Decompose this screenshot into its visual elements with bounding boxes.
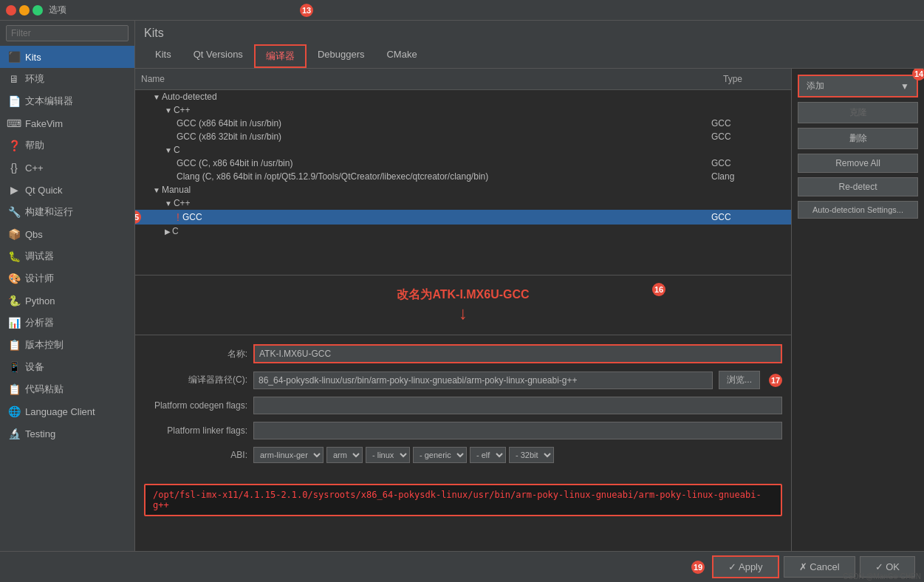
badge-17: 17 [769, 374, 782, 387]
sidebar-label-kits: Kits [25, 52, 41, 63]
col-header-name: Name [135, 72, 717, 86]
compiler-path-input[interactable] [253, 372, 713, 389]
codepaste-icon: 📋 [7, 383, 21, 396]
filter-input[interactable] [6, 25, 129, 41]
maximize-button[interactable] [32, 5, 43, 16]
abi-select-sub[interactable]: arm [326, 447, 363, 463]
tree-group-auto-detected[interactable]: ▼ Auto-detected [135, 90, 791, 103]
name-input[interactable] [253, 344, 782, 363]
badge-16: 16 [652, 283, 665, 296]
annotation-text: 改名为ATK-I.MX6U-GCC [397, 287, 529, 303]
sidebar-item-debugger[interactable]: 🐛 调试器 [0, 245, 134, 267]
path-display: /opt/fsl-imx-x11/4.1.15-2.1.0/sysroots/x… [144, 484, 782, 516]
annotation-arrow: ↓ [459, 303, 468, 323]
auto-detect-settings-button[interactable]: Auto-detection Settings... [798, 201, 918, 219]
sidebar: ⬛ Kits 🖥 环境 📄 文本编辑器 ⌨ FakeVim ❓ 帮助 {} C+… [0, 21, 135, 551]
env-icon: 🖥 [7, 72, 21, 86]
sidebar-item-codepaste[interactable]: 📋 代码粘贴 [0, 378, 134, 400]
tab-cmake[interactable]: CMake [375, 44, 428, 68]
sidebar-item-vcs[interactable]: 📋 版本控制 [0, 334, 134, 356]
expand-arrow: ▼ [165, 106, 172, 114]
tree-item-gcc-selected[interactable]: ! GCC GCC 15 [135, 210, 791, 225]
clone-button[interactable]: 克隆 [798, 102, 918, 123]
action-buttons-panel: 添加 ▼ 14 克隆 删除 Remove All Re-detect Auto-… [791, 69, 924, 551]
sidebar-label-analyzer: 分析器 [25, 316, 54, 329]
tree-item-gcc-64[interactable]: GCC (x86 64bit in /usr/bin) GCC [135, 117, 791, 130]
platform-codegen-input[interactable] [253, 397, 782, 414]
sidebar-label-vcs: 版本控制 [25, 338, 64, 352]
browse-button[interactable]: 浏览... [719, 371, 760, 389]
expand-arrow: ▼ [153, 186, 160, 194]
sidebar-item-lang-client[interactable]: 🌐 Language Client [0, 400, 134, 422]
badge-14: 14 [912, 69, 924, 81]
tree-group-c[interactable]: ▼ C [135, 143, 791, 157]
sidebar-item-analyzer[interactable]: 📊 分析器 [0, 312, 134, 334]
debugger-icon: 🐛 [7, 250, 21, 263]
tab-compilers[interactable]: 编译器 [254, 44, 307, 68]
tree-group-manual-c[interactable]: ▶ C [135, 225, 791, 238]
kits-panel: Name Type ▼ Auto-detected ▼ C++ [135, 69, 924, 551]
tab-qt-versions[interactable]: Qt Versions [182, 44, 254, 68]
sidebar-label-designer: 设计师 [25, 272, 54, 285]
abi-selects: arm-linux-ger arm - linux - generic [253, 447, 782, 463]
add-button[interactable]: 添加 ▼ [798, 75, 918, 97]
warning-icon: ! [177, 211, 179, 223]
tree-group-manual-cpp[interactable]: ▼ C++ [135, 196, 791, 210]
tree-item-clang-c[interactable]: Clang (C, x86 64bit in /opt/Qt5.12.9/Too… [135, 170, 791, 183]
badge-15: 15 [135, 210, 141, 224]
watermark: CSDN @ManGo-CHEN [843, 572, 921, 581]
abi-select-arch[interactable]: arm-linux-ger [253, 447, 324, 463]
remove-all-button[interactable]: Remove All [798, 154, 918, 173]
sidebar-item-python[interactable]: 🐍 Python [0, 290, 134, 312]
add-label: 添加 [807, 80, 824, 92]
platform-linker-label: Platform linker flags: [144, 425, 247, 436]
sidebar-label-fakevim: FakeVim [25, 118, 63, 129]
text-editor-icon: 📄 [7, 95, 21, 108]
sidebar-item-text-editor[interactable]: 📄 文本编辑器 [0, 90, 134, 112]
close-button[interactable] [6, 5, 16, 16]
abi-select-os[interactable]: - linux [366, 447, 410, 463]
tree-item-gcc-c-64[interactable]: GCC (C, x86 64bit in /usr/bin) GCC [135, 157, 791, 170]
tree-item-gcc-32[interactable]: GCC (x86 32bit in /usr/bin) GCC [135, 130, 791, 143]
sidebar-item-qtquick[interactable]: ▶ Qt Quick [0, 179, 134, 201]
delete-button[interactable]: 删除 [798, 128, 918, 149]
tab-kits[interactable]: Kits [144, 44, 182, 68]
badge-13: 13 [300, 4, 313, 17]
sidebar-item-kits[interactable]: ⬛ Kits [0, 46, 134, 68]
python-icon: 🐍 [7, 294, 21, 307]
sidebar-item-help[interactable]: ❓ 帮助 [0, 134, 134, 157]
abi-label: ABI: [144, 450, 247, 460]
fakevim-icon: ⌨ [7, 117, 21, 130]
sidebar-item-cpp[interactable]: {} C++ [0, 157, 134, 179]
sidebar-label-qtquick: Qt Quick [25, 185, 63, 196]
sidebar-item-testing[interactable]: 🔬 Testing [0, 422, 134, 445]
sidebar-item-build-run[interactable]: 🔧 构建和运行 [0, 201, 134, 223]
redetect-button[interactable]: Re-detect [798, 177, 918, 196]
abi-select-flavor[interactable]: - generic [413, 447, 467, 463]
sidebar-label-text-editor: 文本编辑器 [25, 95, 73, 108]
sidebar-label-testing: Testing [25, 428, 55, 439]
window-controls[interactable] [6, 5, 43, 16]
sidebar-item-designer[interactable]: 🎨 设计师 [0, 267, 134, 290]
sidebar-label-codepaste: 代码粘贴 [25, 383, 64, 396]
filter-box [0, 21, 134, 46]
annotation-area: 改名为ATK-I.MX6U-GCC ↓ 16 [135, 275, 791, 335]
sidebar-item-fakevim[interactable]: ⌨ FakeVim [0, 112, 134, 134]
abi-select-width[interactable]: - 32bit [509, 447, 554, 463]
compiler-table: Name Type ▼ Auto-detected ▼ C++ [135, 69, 791, 275]
sidebar-label-qbs: Qbs [25, 229, 43, 240]
tree-group-cpp[interactable]: ▼ C++ [135, 103, 791, 117]
badge-19: 19 [691, 561, 705, 574]
platform-linker-input[interactable] [253, 422, 782, 439]
apply-button[interactable]: ✓ Apply [712, 555, 778, 578]
sidebar-item-env[interactable]: 🖥 环境 [0, 68, 134, 90]
minimize-button[interactable] [19, 5, 30, 16]
content-header: Kits Kits Qt Versions 编译器 Debuggers CMak… [135, 21, 924, 69]
sidebar-label-lang-client: Language Client [25, 406, 95, 417]
tab-debuggers[interactable]: Debuggers [307, 44, 376, 68]
tree-group-manual[interactable]: ▼ Manual [135, 183, 791, 196]
sidebar-item-qbs[interactable]: 📦 Qbs [0, 223, 134, 245]
sidebar-item-devices[interactable]: 📱 设备 [0, 356, 134, 378]
content-title: Kits [144, 27, 915, 40]
abi-select-format[interactable]: - elf [470, 447, 506, 463]
